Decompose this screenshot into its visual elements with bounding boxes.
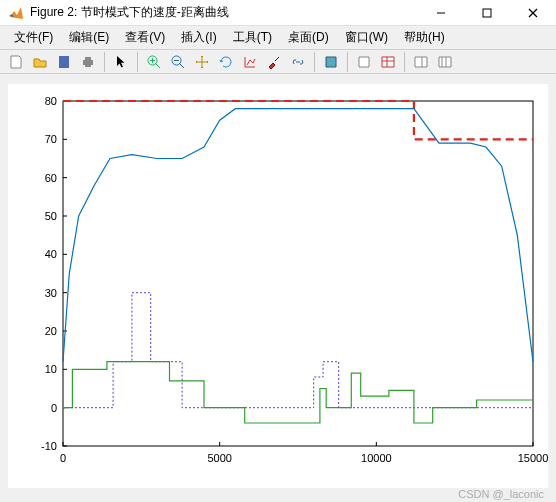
axes[interactable]: -1001020304050607080 050001000015000 — [8, 84, 548, 488]
y-tick: 30 — [45, 287, 57, 299]
toolbar-separator — [137, 52, 138, 72]
zoom-out-icon — [170, 54, 186, 70]
menu-desktop[interactable]: 桌面(D) — [280, 26, 337, 49]
pan-icon — [194, 54, 210, 70]
y-tick: 70 — [45, 133, 57, 145]
y-tick: 50 — [45, 210, 57, 222]
menu-tools[interactable]: 工具(T) — [225, 26, 280, 49]
y-tick: 60 — [45, 172, 57, 184]
plot-tools-button[interactable] — [377, 51, 399, 73]
axes-box — [63, 101, 533, 446]
open-icon — [32, 54, 48, 70]
minimize-icon — [436, 8, 446, 18]
rotate-icon — [218, 54, 234, 70]
colorbar-icon — [323, 54, 339, 70]
print-button[interactable] — [77, 51, 99, 73]
new-axes-icon — [356, 54, 372, 70]
x-tick: 0 — [60, 452, 66, 464]
y-tick: 80 — [45, 95, 57, 107]
zoom-out-button[interactable] — [167, 51, 189, 73]
link-button[interactable] — [287, 51, 309, 73]
matlab-app-icon — [8, 5, 24, 21]
y-tick: 0 — [51, 402, 57, 414]
y-tick: 10 — [45, 363, 57, 375]
new-figure-icon — [8, 54, 24, 70]
figure-window: Figure 2: 节时模式下的速度-距离曲线 文件(F) 编辑(E) 查看(V… — [0, 0, 556, 502]
zoom-in-button[interactable] — [143, 51, 165, 73]
toolbar-separator — [404, 52, 405, 72]
show-tools-button[interactable] — [434, 51, 456, 73]
x-tick: 10000 — [361, 452, 392, 464]
toolbar-separator — [347, 52, 348, 72]
watermark: CSDN @_laconic — [458, 488, 544, 500]
print-icon — [80, 54, 96, 70]
brush-icon — [266, 54, 282, 70]
pointer-icon — [113, 54, 129, 70]
hide-tools-button[interactable] — [410, 51, 432, 73]
menu-insert[interactable]: 插入(I) — [173, 26, 224, 49]
link-icon — [290, 54, 306, 70]
toolbar-separator — [104, 52, 105, 72]
y-tick: 40 — [45, 248, 57, 260]
show-tools-icon — [437, 54, 453, 70]
menu-help[interactable]: 帮助(H) — [396, 26, 453, 49]
figure-area: -1001020304050607080 050001000015000 CSD… — [0, 74, 556, 502]
hide-tools-icon — [413, 54, 429, 70]
x-tick: 5000 — [207, 452, 231, 464]
pointer-button[interactable] — [110, 51, 132, 73]
menu-view[interactable]: 查看(V) — [117, 26, 173, 49]
new-axes-button[interactable] — [353, 51, 375, 73]
save-icon — [56, 54, 72, 70]
zoom-in-icon — [146, 54, 162, 70]
y-tick: -10 — [41, 440, 57, 452]
minimize-button[interactable] — [418, 0, 464, 25]
y-tick: 20 — [45, 325, 57, 337]
window-buttons — [418, 0, 556, 25]
menu-window[interactable]: 窗口(W) — [337, 26, 396, 49]
brush-button[interactable] — [263, 51, 285, 73]
close-icon — [528, 8, 538, 18]
menu-file[interactable]: 文件(F) — [6, 26, 61, 49]
menubar: 文件(F) 编辑(E) 查看(V) 插入(I) 工具(T) 桌面(D) 窗口(W… — [0, 26, 556, 49]
new-figure-button[interactable] — [5, 51, 27, 73]
datacursor-button[interactable] — [239, 51, 261, 73]
datacursor-icon — [242, 54, 258, 70]
colorbar-button[interactable] — [320, 51, 342, 73]
window-title: Figure 2: 节时模式下的速度-距离曲线 — [30, 4, 418, 21]
maximize-button[interactable] — [464, 0, 510, 25]
svg-rect-1 — [483, 9, 491, 17]
pan-button[interactable] — [191, 51, 213, 73]
toolbar-separator — [314, 52, 315, 72]
menu-edit[interactable]: 编辑(E) — [61, 26, 117, 49]
toolbar — [0, 49, 556, 74]
titlebar: Figure 2: 节时模式下的速度-距离曲线 — [0, 0, 556, 26]
x-tick: 15000 — [518, 452, 548, 464]
open-button[interactable] — [29, 51, 51, 73]
save-button[interactable] — [53, 51, 75, 73]
plot-tools-icon — [380, 54, 396, 70]
rotate-button[interactable] — [215, 51, 237, 73]
close-button[interactable] — [510, 0, 556, 25]
maximize-icon — [482, 8, 492, 18]
